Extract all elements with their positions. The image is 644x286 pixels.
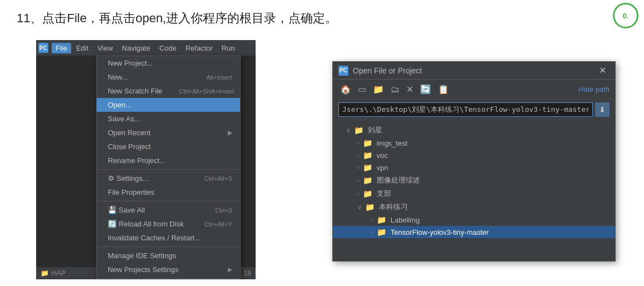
- menu-reload-disk[interactable]: 🔄 Reload All from Disk Ctrl+Alt+Y: [97, 217, 240, 231]
- menu-file[interactable]: File: [52, 43, 71, 53]
- bottom-number: 18: [244, 269, 251, 277]
- tree-item-zhibu[interactable]: › 📁 支部: [333, 187, 615, 200]
- menu-settings[interactable]: ⚙ Settings... Ctrl+Alt+S: [97, 171, 240, 185]
- menu-run[interactable]: Run: [218, 43, 239, 53]
- separator-4: [97, 278, 240, 279]
- tree-arrow-vpn: ›: [357, 164, 360, 171]
- toolbar-icons: 🏠 ▭ 📁 🗂 ✕ 🔄 📋: [338, 83, 451, 96]
- open-file-dialog: PC Open File or Project ✕ 🏠 ▭ 📁 🗂 ✕ 🔄 📋 …: [332, 61, 616, 262]
- tree-label-imgs-test: imgs_test: [377, 139, 408, 147]
- tree-item-tensorflow[interactable]: › 📁 TensorFlow-yolov3-tiny-master: [333, 226, 615, 238]
- bottom-label: mAP: [51, 269, 66, 277]
- tree-label-image-processing: 图像处理综述: [377, 175, 420, 185]
- menu-view[interactable]: View: [93, 43, 117, 53]
- file-tree: ∨ 📁 刘星 › 📁 imgs_test › 📁 voc › 📁 vpn: [333, 120, 615, 258]
- tree-item-benke[interactable]: ∨ 📁 本科练习: [333, 200, 615, 214]
- menu-close-project[interactable]: Close Project: [97, 140, 240, 154]
- menu-file-properties[interactable]: File Properties: [97, 185, 240, 199]
- tree-item-labellmg[interactable]: › 📁 Labellmg: [333, 214, 615, 226]
- menu-save-all[interactable]: 💾 Save All Ctrl+S: [97, 203, 240, 217]
- tree-label-benke: 本科练习: [379, 202, 408, 212]
- toolbar-copy-icon[interactable]: 📋: [436, 83, 451, 96]
- toolbar-square-icon[interactable]: ▭: [356, 83, 368, 96]
- tree-item-vpn[interactable]: › 📁 vpn: [333, 161, 615, 174]
- menu-navigate[interactable]: Navigate: [118, 43, 154, 53]
- instruction-text: 11、点击File，再点击open,进入你程序的根目录，点确定。: [17, 10, 337, 27]
- tree-label-vpn: vpn: [377, 164, 388, 172]
- tree-arrow-liuxing: ∨: [346, 127, 351, 134]
- dialog-pc-icon: PC: [338, 66, 348, 76]
- folder-icon-voc: 📁: [363, 151, 372, 160]
- file-dropdown-menu: New Project... New... Alt+Insert New Scr…: [96, 56, 241, 279]
- dialog-titlebar: PC Open File or Project ✕: [333, 62, 615, 80]
- folder-icon-vpn: 📁: [363, 163, 372, 172]
- path-input[interactable]: [338, 102, 593, 117]
- tree-arrow-labellmg: ›: [371, 216, 373, 223]
- toolbar-refresh-icon[interactable]: 🔄: [418, 83, 433, 96]
- left-ide-panel: PC File Edit View Navigate Code Refactor…: [36, 40, 256, 279]
- menu-rename-project[interactable]: Rename Project...: [97, 154, 240, 167]
- tree-arrow-tensorflow: ›: [371, 229, 373, 235]
- tree-label-labellmg: Labellmg: [391, 216, 420, 224]
- menu-refactor[interactable]: Refactor: [182, 43, 217, 53]
- tree-arrow-benke: ∨: [357, 204, 362, 211]
- menu-new-scratch[interactable]: New Scratch File Ctrl+Alt+Shift+Insert: [97, 84, 240, 98]
- menu-new-project[interactable]: New Project...: [97, 56, 240, 70]
- bottom-folder-icon: 📁: [41, 269, 49, 277]
- pc-icon-left: PC: [38, 43, 48, 53]
- tree-label-voc: voc: [377, 151, 388, 160]
- tree-label-tensorflow: TensorFlow-yolov3-tiny-master: [391, 228, 489, 236]
- green-circle: 0.: [613, 3, 638, 28]
- toolbar-folder2-icon[interactable]: 🗂: [389, 83, 401, 96]
- dialog-close-button[interactable]: ✕: [596, 64, 610, 77]
- tree-label-liuxing: 刘星: [368, 125, 382, 135]
- tree-label-zhibu: 支部: [377, 189, 391, 199]
- menu-invalidate-caches[interactable]: Invalidate Caches / Restart...: [97, 231, 240, 245]
- folder-icon-tensorflow: 📁: [377, 228, 386, 236]
- menu-code[interactable]: Code: [156, 43, 181, 53]
- menu-open-recent[interactable]: Open Recent ▶: [97, 126, 240, 140]
- folder-icon-imgs-test: 📁: [363, 139, 372, 147]
- toolbar-home-icon[interactable]: 🏠: [338, 83, 353, 96]
- hide-path-button[interactable]: Hide path: [578, 85, 610, 93]
- folder-icon-benke: 📁: [365, 203, 375, 211]
- menu-new[interactable]: New... Alt+Insert: [97, 70, 240, 84]
- menu-new-projects-settings[interactable]: New Projects Settings ▶: [97, 263, 240, 277]
- menu-open[interactable]: Open...: [97, 98, 240, 112]
- dialog-toolbar: 🏠 ▭ 📁 🗂 ✕ 🔄 📋 Hide path: [333, 80, 615, 100]
- path-row: ⬇: [333, 100, 615, 120]
- folder-icon-image-processing: 📁: [363, 176, 372, 185]
- ide-menubar: PC File Edit View Navigate Code Refactor…: [36, 40, 256, 56]
- toolbar-delete-icon[interactable]: ✕: [405, 83, 415, 96]
- separator-3: [97, 246, 240, 247]
- path-go-button[interactable]: ⬇: [595, 102, 610, 117]
- menu-edit[interactable]: Edit: [72, 43, 92, 53]
- tree-arrow-image-processing: ›: [357, 177, 360, 184]
- menu-save-as[interactable]: Save As...: [97, 112, 240, 126]
- tree-item-liuxing[interactable]: ∨ 📁 刘星: [333, 124, 615, 137]
- folder-icon-liuxing: 📁: [354, 126, 363, 135]
- tree-item-imgs-test[interactable]: › 📁 imgs_test: [333, 137, 615, 149]
- tree-item-voc[interactable]: › 📁 voc: [333, 149, 615, 161]
- tree-arrow-imgs-test: ›: [357, 140, 360, 146]
- folder-icon-labellmg: 📁: [377, 215, 386, 224]
- tree-item-image-processing[interactable]: › 📁 图像处理综述: [333, 174, 615, 187]
- tree-arrow-voc: ›: [357, 152, 360, 159]
- toolbar-folder-icon[interactable]: 📁: [371, 83, 386, 96]
- separator-2: [97, 201, 240, 201]
- folder-icon-zhibu: 📁: [363, 189, 372, 198]
- dialog-title-text: Open File or Project: [353, 66, 422, 75]
- dialog-title-left: PC Open File or Project: [338, 66, 422, 76]
- tree-arrow-zhibu: ›: [357, 190, 360, 197]
- menu-manage-ide[interactable]: Manage IDE Settings: [97, 249, 240, 263]
- separator-1: [97, 169, 240, 170]
